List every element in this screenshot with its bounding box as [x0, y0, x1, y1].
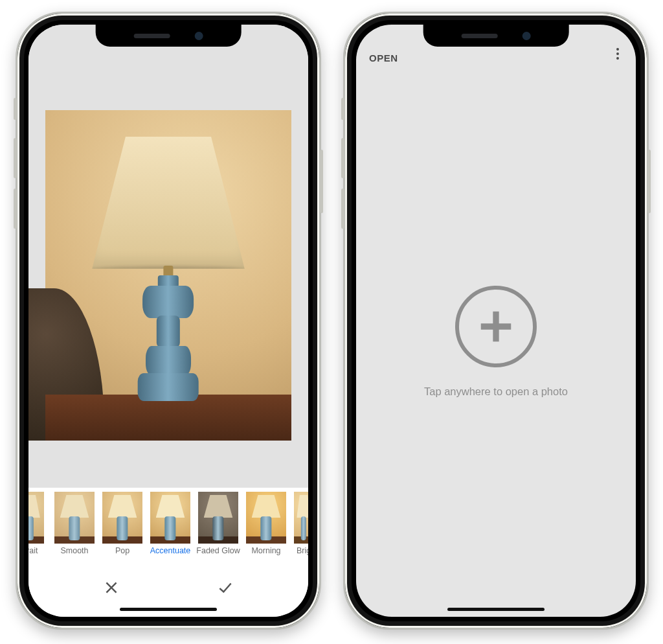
kebab-dot	[616, 48, 619, 51]
mockup-stage: rtraitSmoothPopAccentuateFaded GlowMorni…	[0, 0, 663, 644]
empty-state[interactable]: Tap anywhere to open a photo	[356, 66, 636, 617]
filter-item[interactable]: Accentuate	[148, 492, 193, 555]
photo-preview	[45, 110, 291, 441]
filter-item[interactable]: Faded Glow	[196, 492, 241, 555]
filter-label: Accentuate	[150, 546, 191, 555]
filter-thumbnail	[102, 492, 142, 544]
plus-icon	[476, 306, 516, 347]
filter-item[interactable]: Morning	[243, 492, 289, 555]
volume-down	[341, 189, 344, 229]
home-indicator[interactable]	[120, 608, 217, 611]
mute-switch	[341, 98, 344, 120]
mute-switch	[14, 98, 17, 120]
filter-label: Brig	[297, 546, 308, 555]
kebab-dot	[616, 57, 619, 60]
open-button[interactable]: OPEN	[369, 52, 398, 63]
filters-strip[interactable]: rtraitSmoothPopAccentuateFaded GlowMorni…	[28, 487, 308, 569]
filter-editor: rtraitSmoothPopAccentuateFaded GlowMorni…	[28, 25, 308, 617]
hardware-notch	[423, 25, 569, 47]
apply-button[interactable]	[206, 575, 245, 601]
hardware-notch	[96, 25, 242, 47]
close-icon	[103, 579, 120, 596]
filter-thumbnail	[246, 492, 286, 544]
filter-label: Morning	[251, 546, 280, 555]
volume-down	[14, 189, 17, 229]
filter-label: Smooth	[60, 546, 88, 555]
filter-item[interactable]: Brig	[291, 492, 308, 555]
power-button	[320, 150, 323, 213]
screen-right: OPEN Tap anywhere to open a photo	[356, 25, 636, 617]
filter-thumbnail	[198, 492, 238, 544]
filter-label: rtrait	[28, 546, 38, 555]
empty-state-text: Tap anywhere to open a photo	[424, 385, 568, 398]
phone-left: rtraitSmoothPopAccentuateFaded GlowMorni…	[16, 12, 321, 630]
power-button	[647, 150, 651, 213]
filter-label: Faded Glow	[196, 546, 240, 555]
filter-item[interactable]: rtrait	[28, 492, 49, 555]
add-photo-button[interactable]	[455, 286, 537, 367]
home-indicator[interactable]	[447, 608, 545, 611]
volume-up	[341, 138, 344, 178]
screen-left: rtraitSmoothPopAccentuateFaded GlowMorni…	[28, 25, 308, 617]
filter-thumbnail	[150, 492, 190, 544]
filter-thumbnail	[54, 492, 95, 544]
check-icon	[217, 579, 234, 596]
photo-preview-area[interactable]	[28, 25, 308, 487]
filter-label: Pop	[115, 546, 129, 555]
filter-thumbnail	[28, 492, 44, 544]
cancel-button[interactable]	[92, 575, 131, 601]
filter-item[interactable]: Smooth	[52, 492, 97, 555]
phone-right: OPEN Tap anywhere to open a photo	[343, 12, 649, 630]
volume-up	[14, 138, 17, 178]
filter-thumbnail	[294, 492, 308, 544]
filter-item[interactable]: Pop	[100, 492, 145, 555]
overflow-menu-button[interactable]	[612, 44, 623, 63]
kebab-dot	[616, 52, 619, 55]
